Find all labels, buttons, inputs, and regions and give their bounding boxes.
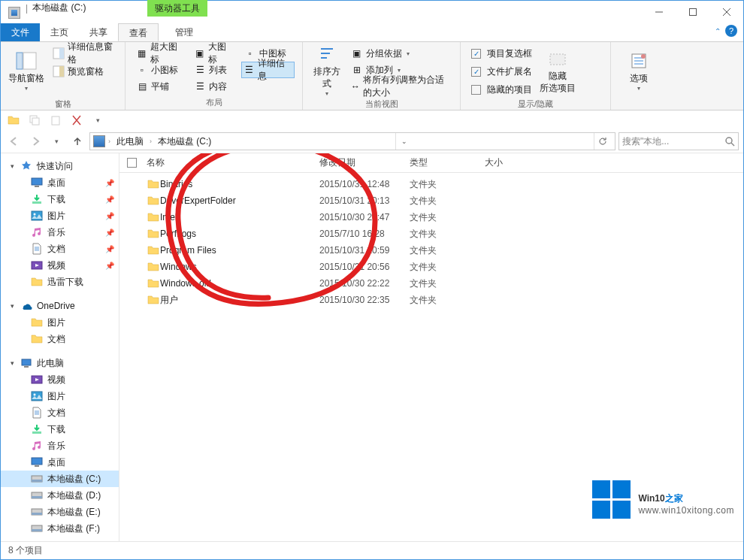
refresh-button[interactable] [594,133,612,150]
show-hide-group-label: 显示/隐藏 [468,98,603,110]
layout-s-icons[interactable]: ▫小图标 [133,62,186,78]
file-type: 文件夹 [410,261,485,274]
sidebar-item[interactable]: 图片📌 [1,207,119,224]
sidebar-item[interactable]: 文档 [1,404,119,421]
qat-copy-icon[interactable] [26,112,43,129]
column-date[interactable]: 修改日期 [319,156,410,169]
details-pane-button[interactable]: 详细信息窗格 [50,45,117,62]
search-input[interactable]: 搜索"本地... [618,132,739,150]
sidebar-item[interactable]: 图片 [1,314,119,331]
options-button[interactable]: 选项▾ [618,45,659,98]
breadcrumb-history-dropdown[interactable]: ⌄ [395,133,413,150]
qat-dropdown-icon[interactable]: ▾ [89,112,106,129]
close-button[interactable] [709,2,743,23]
file-type: 文件夹 [410,195,485,207]
sidebar-item[interactable]: 本地磁盘 (C:) [1,471,119,487]
qat-paste-icon[interactable] [47,112,64,129]
folder-icon [147,228,160,240]
file-date: 2015/10/31 20:59 [319,245,410,256]
qat-new-folder-icon[interactable] [5,112,22,129]
file-name: Intel [160,212,319,222]
sidebar-item[interactable]: 本地磁盘 (E:) [1,504,119,520]
table-row[interactable]: Binaries2015/10/31 12:48文件夹 [119,176,743,192]
nav-recent-dropdown[interactable]: ▾ [47,132,65,150]
table-row[interactable]: PerfLogs2015/7/10 16:28文件夹 [119,226,743,242]
chk-file-extensions[interactable]: ✓文件扩展名 [468,63,535,80]
layout-details[interactable]: ☰详细信息 [241,62,295,78]
table-row[interactable]: DriverExpertFolder2015/10/31 20:13文件夹 [119,192,743,209]
sidebar-item[interactable]: 迅雷下载 [1,274,119,290]
sidebar-onedrive[interactable]: ▾OneDrive [1,298,119,314]
chk-item-checkboxes[interactable]: ✓项目复选框 [468,45,535,62]
table-row[interactable]: Windows.old2015/10/30 22:22文件夹 [119,275,743,292]
panes-group-label: 窗格 [8,98,117,110]
folder-icon [147,195,160,207]
window-title: 本地磁盘 (C:) [32,2,86,14]
column-name[interactable]: 名称 [147,156,319,169]
layout-tiles[interactable]: ▤平铺 [133,78,186,95]
layout-content[interactable]: ☰内容 [191,78,236,95]
file-name: PerfLogs [160,229,319,239]
layout-xl-icons[interactable]: ▦超大图标 [133,45,186,62]
column-type[interactable]: 类型 [410,156,485,169]
sidebar-item[interactable]: 文档📌 [1,241,119,257]
table-row[interactable]: Windows2015/10/31 20:56文件夹 [119,259,743,275]
file-type: 文件夹 [410,277,485,290]
fit-columns-button[interactable]: ↔将所有列调整为合适的大小 [348,78,452,95]
sidebar-item[interactable]: 本地磁盘 (F:) [1,520,119,537]
layout-list[interactable]: ☰列表 [191,62,236,78]
breadcrumb[interactable]: › 此电脑 › 本地磁盘 (C:) ⌄ [89,132,615,150]
layout-l-icons[interactable]: ▣大图标 [191,45,236,62]
search-placeholder: 搜索"本地... [622,135,669,148]
svg-rect-15 [59,48,64,59]
tab-share[interactable]: 共享 [79,23,118,41]
table-row[interactable]: 用户2015/10/30 22:35文件夹 [119,292,743,308]
file-name: DriverExpertFolder [160,195,319,206]
folder-icon [147,277,160,289]
breadcrumb-pc[interactable]: 此电脑 [113,135,147,148]
minimize-button[interactable] [642,2,676,23]
sidebar-item[interactable]: 视频📌 [1,257,119,274]
nav-up-button[interactable] [68,132,86,150]
chk-hidden-items[interactable]: 隐藏的项目 [468,81,535,98]
folder-icon [147,244,160,256]
ribbon-collapse-icon[interactable]: ⌃ [715,27,721,35]
sidebar-item[interactable]: 桌面 [1,454,119,471]
sidebar-this-pc[interactable]: ▾此电脑 [1,355,119,371]
sidebar-item[interactable]: 本地磁盘 (D:) [1,487,119,504]
group-by-button[interactable]: ▣分组依据▾ [348,45,452,62]
table-row[interactable]: Program Files2015/10/31 20:59文件夹 [119,242,743,259]
nav-back-button[interactable] [5,132,23,150]
sidebar-quick-access[interactable]: ▾快速访问 [1,158,119,174]
nav-pane-button[interactable]: 导航窗格 ▾ [8,45,45,98]
watermark: Win10之家 www.win10xitong.com [592,480,734,519]
sidebar-item[interactable]: 图片 [1,388,119,404]
nav-forward-button[interactable] [26,132,44,150]
tab-home[interactable]: 主页 [40,23,79,41]
sidebar-item[interactable]: 下载 [1,421,119,437]
sidebar-item[interactable]: 文档 [1,331,119,347]
sort-button[interactable]: 排序方式▾ [310,45,343,98]
svg-rect-17 [59,66,64,77]
column-size[interactable]: 大小 [485,156,545,169]
hide-selected-button[interactable]: 隐藏 所选项目 [540,45,576,98]
sidebar-item[interactable]: 音乐📌 [1,224,119,241]
sidebar-item[interactable]: 视频 [1,371,119,388]
preview-pane-button[interactable]: 预览窗格 [50,63,117,80]
sidebar-item[interactable]: 下载📌 [1,191,119,207]
qat-delete-icon[interactable] [68,112,85,129]
svg-point-20 [641,54,646,59]
sidebar-item[interactable]: 音乐 [1,437,119,454]
windows-logo-icon [592,480,631,519]
tab-file[interactable]: 文件 [1,23,40,41]
sidebar-item[interactable]: 桌面📌 [1,174,119,191]
table-row[interactable]: Intel2015/10/30 20:47文件夹 [119,209,743,226]
svg-rect-13 [23,53,36,69]
help-button[interactable]: ? [725,25,737,37]
maximize-button[interactable] [676,2,709,23]
tab-view[interactable]: 查看 [118,23,159,41]
file-type: 文件夹 [410,294,485,307]
select-all-checkbox[interactable] [127,158,137,168]
tab-manage[interactable]: 管理 [165,23,204,41]
breadcrumb-drive[interactable]: 本地磁盘 (C:) [155,135,214,148]
